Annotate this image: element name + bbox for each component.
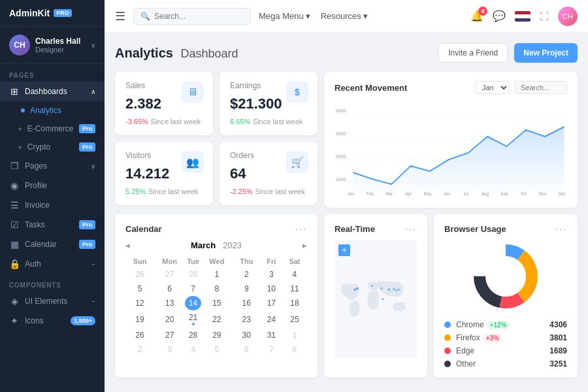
expand-map-button[interactable]: + (338, 244, 350, 256)
calendar-day[interactable]: 10 (261, 282, 282, 296)
sidebar-item-ecommerce[interactable]: + E-Commerce Pro (0, 120, 105, 138)
cal-header-mon: Mon (154, 255, 185, 267)
dashboards-icon: ⊞ (9, 86, 20, 97)
realtime-title: Real-Time (335, 224, 375, 234)
sales-change: -3.65% (125, 118, 148, 125)
calendar-day[interactable]: 4 (282, 267, 307, 282)
calendar-day[interactable]: 21 (185, 310, 201, 328)
browser-color-dot (444, 321, 451, 328)
calendar-day[interactable]: 7 (261, 342, 282, 357)
calendar-day[interactable]: 19 (125, 310, 154, 328)
user-chevron-icon: ∨ (91, 42, 95, 49)
calendar-day[interactable]: 14 (185, 296, 201, 310)
cal-header-thu: Thu (233, 255, 261, 267)
month-select[interactable]: JanFebMar (475, 81, 510, 94)
hamburger-icon[interactable]: ☰ (115, 9, 125, 24)
calendar-day[interactable]: 8 (201, 282, 233, 296)
calendar-day[interactable]: 16 (233, 296, 261, 310)
calendar-day[interactable]: 11 (282, 282, 307, 296)
calendar-day[interactable]: 31 (261, 328, 282, 342)
search-bar[interactable]: 🔍 (133, 8, 251, 25)
calendar-day[interactable]: 13 (154, 296, 185, 310)
sidebar-item-profile[interactable]: ◉ Profile (0, 176, 105, 195)
sidebar-item-label-icons: Icons (25, 316, 44, 325)
avatar-initials: CH (14, 41, 25, 50)
dashboards-chevron-icon: ∧ (91, 88, 95, 95)
calendar-day[interactable]: 5 (201, 342, 233, 357)
calendar-day[interactable]: 18 (282, 296, 307, 310)
realtime-card: Real-Time ··· + (324, 214, 427, 378)
calendar-day[interactable]: 5 (125, 282, 154, 296)
sidebar-item-auth[interactable]: 🔒 Auth − (0, 254, 105, 274)
browser-list-item: Firefox+3%3801 (444, 333, 567, 342)
calendar-day[interactable]: 26 (125, 328, 154, 342)
calendar-day[interactable]: 26 (125, 267, 154, 282)
calendar-day[interactable]: 15 (201, 296, 233, 310)
calendar-day[interactable]: 8 (282, 342, 307, 357)
calendar-day[interactable]: 27 (154, 328, 185, 342)
calendar-more-button[interactable]: ··· (295, 223, 307, 234)
user-avatar-button[interactable]: CH (558, 7, 578, 26)
calendar-day[interactable]: 2 (125, 342, 154, 357)
browser-name: Firefox+3% (456, 333, 544, 342)
user-profile[interactable]: CH Charles Hall Designer ∨ (0, 27, 105, 64)
nav-link-resources[interactable]: Resources ▾ (321, 11, 368, 21)
calendar-day[interactable]: 2 (233, 267, 261, 282)
new-project-button[interactable]: New Project (514, 43, 578, 63)
calendar-day[interactable]: 22 (201, 310, 233, 328)
calendar-navigation: ◂ March 2023 ▸ (125, 240, 307, 250)
sidebar-item-pages[interactable]: ❐ Pages ∨ (0, 156, 105, 176)
calendar-day[interactable]: 7 (185, 282, 201, 296)
auth-chevron-icon: − (91, 261, 95, 268)
fullscreen-icon[interactable]: ⛶ (540, 11, 549, 22)
calendar-day[interactable]: 20 (154, 310, 185, 328)
sidebar-item-label-calendar: Calendar (25, 240, 57, 249)
calendar-day[interactable]: 1 (201, 267, 233, 282)
realtime-more-button[interactable]: ··· (405, 223, 417, 234)
user-role: Designer (35, 46, 80, 54)
sidebar-item-icons[interactable]: ✦ Icons 1,500+ (0, 311, 105, 331)
sidebar-item-label-ecommerce: E-Commerce (27, 124, 74, 133)
ui-elements-icon: ◈ (9, 296, 20, 306)
calendar-day[interactable]: 24 (261, 310, 282, 328)
calendar-day[interactable]: 6 (233, 342, 261, 357)
calendar-day[interactable]: 28 (185, 267, 201, 282)
calendar-day[interactable]: 3 (154, 342, 185, 357)
sidebar-item-dashboards[interactable]: ⊞ Dashboards ∧ (0, 82, 105, 101)
ecommerce-pro-badge: Pro (79, 124, 95, 133)
nav-link-mega-menu[interactable]: Mega Menu ▾ (259, 11, 310, 21)
messages-button[interactable]: 💬 (493, 10, 506, 22)
calendar-day[interactable]: 25 (282, 310, 307, 328)
calendar-day[interactable]: 4 (185, 342, 201, 357)
language-flag[interactable] (515, 11, 531, 22)
calendar-day[interactable]: 23 (233, 310, 261, 328)
calendar-day[interactable]: 17 (261, 296, 282, 310)
sidebar-item-ui-elements[interactable]: ◈ UI Elements − (0, 291, 105, 311)
notifications-button[interactable]: 🔔 4 (470, 10, 483, 22)
chart-search-input[interactable] (515, 81, 567, 94)
cal-prev-button[interactable]: ◂ (125, 240, 130, 250)
calendar-day[interactable]: 12 (125, 296, 154, 310)
sidebar-item-invoice[interactable]: ☰ Invoice (0, 195, 105, 215)
calendar-day[interactable]: 6 (154, 282, 185, 296)
orders-icon: 🛒 (286, 151, 308, 173)
calendar-day[interactable]: 1 (282, 328, 307, 342)
calendar-day[interactable]: 29 (201, 328, 233, 342)
calendar-day[interactable]: 27 (154, 267, 185, 282)
calendar-day[interactable]: 28 (185, 328, 201, 342)
svg-point-26 (393, 288, 395, 290)
sidebar-item-label-analytics: Analytics (30, 106, 61, 115)
cal-next-button[interactable]: ▸ (302, 240, 307, 250)
invite-friend-button[interactable]: Invite a Friend (438, 43, 508, 63)
visitors-since: Since last week (148, 188, 198, 195)
search-input[interactable] (154, 12, 233, 21)
sidebar-item-analytics[interactable]: Analytics (0, 101, 105, 120)
calendar-day[interactable]: 9 (233, 282, 261, 296)
sidebar-item-crypto[interactable]: + Crypto Pro (0, 138, 105, 156)
sidebar-item-tasks[interactable]: ☑ Tasks Pro (0, 215, 105, 235)
calendar-day[interactable]: 30 (233, 328, 261, 342)
browser-usage-more-button[interactable]: ··· (555, 223, 567, 234)
calendar-day[interactable]: 3 (261, 267, 282, 282)
world-map-svg (335, 240, 417, 358)
sidebar-item-calendar[interactable]: ▦ Calendar Pro (0, 235, 105, 254)
